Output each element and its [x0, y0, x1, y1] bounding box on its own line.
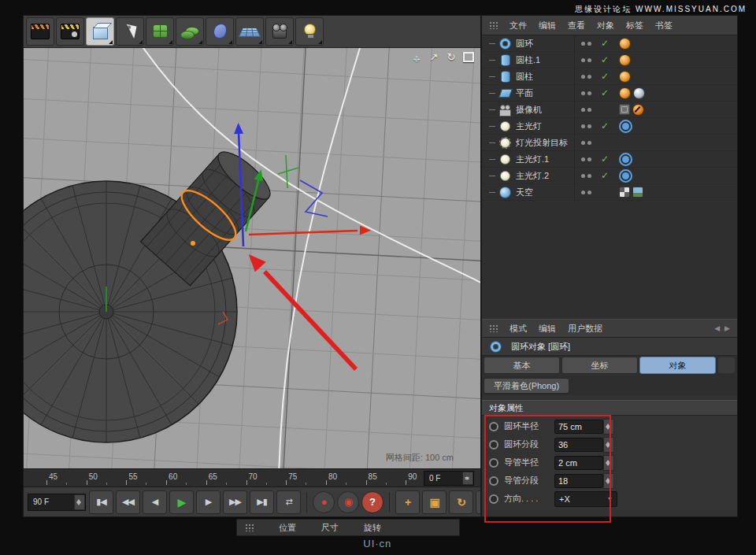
previous-frame-button[interactable]: ◀	[143, 490, 167, 514]
object-row[interactable]: 平面✓	[482, 85, 737, 102]
render-view-button[interactable]	[26, 17, 54, 46]
om-menu-objects[interactable]: 对象	[597, 20, 614, 31]
rotate-view-icon[interactable]	[444, 51, 458, 64]
om-menu-edit[interactable]: 编辑	[539, 20, 556, 31]
om-menu-bookmarks[interactable]: 书签	[655, 20, 673, 31]
visibility-toggles[interactable]	[574, 35, 597, 51]
target-tag-icon[interactable]	[619, 169, 632, 183]
render-dot[interactable]	[587, 174, 591, 178]
history-forward-icon[interactable]: ▶	[724, 324, 730, 332]
object-list[interactable]: 圆环✓圆柱.1✓圆柱✓平面✓摄像机主光灯✓灯光投射目标主光灯.1✓主光灯.2✓天…	[482, 35, 737, 319]
play-button[interactable]: ▶	[169, 490, 194, 514]
render-settings-button[interactable]	[56, 17, 84, 46]
keyframe-bullet[interactable]	[489, 422, 498, 431]
pipe-radius-stepper[interactable]	[603, 455, 614, 471]
pipe-segments-stepper[interactable]	[603, 473, 614, 489]
add-deformer-button[interactable]	[206, 17, 234, 46]
visibility-dot[interactable]	[581, 91, 585, 95]
record-position-button[interactable]: +	[395, 490, 420, 514]
visibility-toggles[interactable]	[574, 135, 597, 150]
om-menu-view[interactable]: 查看	[568, 20, 585, 31]
tab-object[interactable]: 对象	[639, 357, 716, 374]
orientation-dropdown[interactable]: +X▼	[554, 491, 617, 507]
protection-tag-icon[interactable]	[632, 104, 644, 116]
compositing-tag-icon[interactable]	[619, 187, 630, 198]
am-menu-edit[interactable]: 编辑	[539, 323, 556, 335]
visibility-toggles[interactable]	[574, 118, 597, 134]
pan-view-icon[interactable]	[410, 51, 424, 64]
keyframe-bullet[interactable]	[489, 458, 498, 468]
ring-segments-stepper[interactable]	[603, 437, 614, 453]
object-row[interactable]: 摄像机	[482, 102, 737, 118]
object-row[interactable]: 天空	[482, 184, 737, 201]
autokeying-button[interactable]: ◉	[337, 491, 359, 513]
render-dot[interactable]	[587, 141, 591, 145]
ring-radius-field[interactable]: 75 cm	[554, 420, 603, 434]
render-dot[interactable]	[587, 91, 591, 95]
end-frame-stepper[interactable]	[74, 494, 85, 510]
visibility-toggles[interactable]	[574, 68, 597, 84]
keyframe-options-button[interactable]: ?	[361, 491, 384, 513]
pipe-segments-field[interactable]: 18	[554, 474, 603, 488]
texture-tag-icon[interactable]	[632, 187, 643, 198]
visibility-toggles[interactable]	[574, 151, 597, 167]
visibility-toggles[interactable]	[574, 102, 597, 117]
render-dot[interactable]	[587, 124, 591, 128]
keyframe-bullet[interactable]	[489, 440, 498, 450]
add-camera-button[interactable]	[265, 17, 294, 46]
next-key-button[interactable]: ▶▶	[223, 490, 247, 514]
add-environment-button[interactable]	[235, 17, 264, 46]
timeline-ruler[interactable]: 0 F 45505560657075808590	[24, 469, 480, 487]
ring-radius-stepper[interactable]	[603, 419, 614, 435]
target-tag-icon[interactable]	[619, 153, 632, 166]
tab-phong-shading[interactable]: 平滑着色(Phong)	[484, 378, 569, 394]
history-back-icon[interactable]: ◀	[714, 324, 720, 332]
render-dot[interactable]	[587, 58, 591, 62]
next-frame-button[interactable]: ▶	[196, 490, 220, 514]
material-orange-tag-icon[interactable]	[619, 38, 631, 50]
enable-toggle[interactable]: ✓	[597, 71, 613, 82]
tab-basic[interactable]: 基本	[484, 357, 560, 374]
visibility-dot[interactable]	[581, 58, 585, 62]
visibility-dot[interactable]	[581, 108, 585, 112]
ring-segments-field[interactable]: 36	[554, 438, 603, 452]
visibility-dot[interactable]	[581, 157, 585, 161]
keyframe-bullet[interactable]	[489, 494, 498, 504]
add-spline-button[interactable]	[116, 17, 144, 46]
coord-tab-size[interactable]: 尺寸	[321, 522, 339, 534]
current-frame-field[interactable]: 0 F	[424, 471, 474, 486]
add-generator-button[interactable]	[146, 17, 174, 46]
record-keyframe-button[interactable]: ●	[313, 491, 335, 513]
object-row[interactable]: 圆环✓	[482, 35, 737, 52]
render-dot[interactable]	[587, 108, 591, 112]
viewport-3d[interactable]: 网格间距: 100 cm	[24, 48, 480, 469]
visibility-dot[interactable]	[581, 174, 585, 178]
om-menu-tags[interactable]: 标签	[626, 20, 643, 31]
visibility-dot[interactable]	[581, 42, 585, 46]
enable-toggle[interactable]: ✓	[597, 38, 613, 49]
visibility-dot[interactable]	[581, 141, 585, 145]
visibility-dot[interactable]	[581, 191, 585, 194]
add-light-button[interactable]	[295, 17, 324, 46]
keyframe-bullet[interactable]	[489, 476, 498, 486]
tab-coordinates[interactable]: 坐标	[561, 357, 638, 374]
coord-tab-rotation[interactable]: 旋转	[364, 522, 381, 534]
enable-toggle[interactable]: ✓	[597, 54, 613, 65]
object-row[interactable]: 主光灯✓	[482, 118, 737, 135]
render-dot[interactable]	[587, 75, 591, 79]
visibility-toggles[interactable]	[574, 52, 597, 68]
pipe-radius-field[interactable]: 2 cm	[554, 456, 603, 470]
enable-toggle[interactable]: ✓	[597, 87, 613, 98]
maximize-view-icon[interactable]	[461, 51, 476, 64]
material-gray-tag-icon[interactable]	[633, 87, 645, 99]
render-dot[interactable]	[587, 42, 591, 46]
material-orange-tag-icon[interactable]	[619, 87, 631, 99]
coord-tab-position[interactable]: 位置	[279, 522, 296, 534]
visibility-toggles[interactable]	[574, 184, 597, 200]
visibility-toggles[interactable]	[574, 168, 597, 183]
go-to-start-button[interactable]: ▮◀	[89, 490, 113, 514]
previous-key-button[interactable]: ◀◀	[116, 490, 140, 514]
enable-toggle[interactable]: ✓	[597, 120, 613, 131]
go-to-end-button[interactable]: ▶▮	[250, 490, 274, 514]
target-tag-icon[interactable]	[619, 120, 632, 133]
